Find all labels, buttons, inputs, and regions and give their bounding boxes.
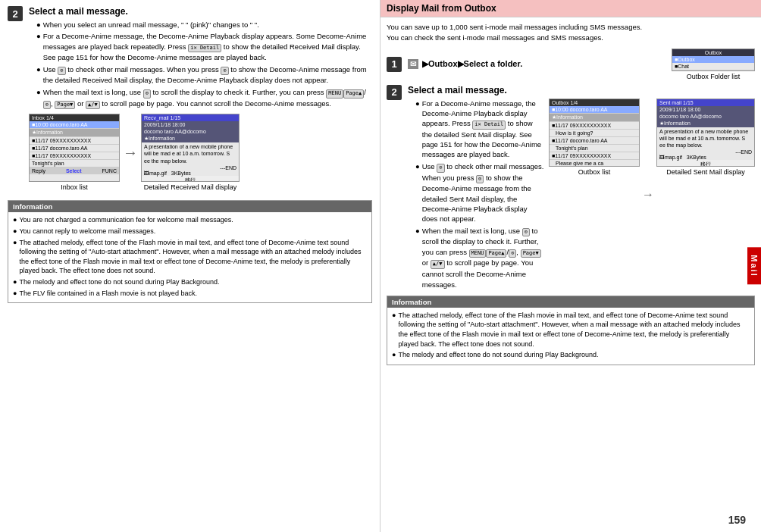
left-bullet-1: When you select an unread mail message, … — [36, 20, 372, 30]
sent-end: ---END — [657, 149, 754, 155]
right-page-btn3: Page▼ — [521, 249, 541, 258]
left-info-box: Information You are not charged a commun… — [8, 200, 372, 303]
left-step2-title: Select a mail message. — [29, 6, 372, 17]
outbox-folder-screen: Outbox ■Outbox ■Chat — [672, 49, 755, 71]
left-bullet-3: Use ⊙ to check other mail messages. When… — [36, 64, 372, 86]
sent-mail-wrapper: Sent mail 1/15 2009/11/18 18:00 docomo t… — [656, 99, 755, 176]
left-info-item-4: The melody and effect tone do not sound … — [13, 277, 367, 287]
right-bullet-3: When the mail text is long, use ⊙ to scr… — [415, 226, 544, 289]
outbox-list-row-3: ■11/17 docomo.taro AA — [550, 137, 639, 145]
left-info-item-5: The FLV file contained in a Flash movie … — [13, 289, 367, 299]
right-step2-content: Select a mail message. For a Decome-Anim… — [408, 85, 755, 291]
right-step1-section: 1 ✉ ▶Outbox▶Select a folder. Outbox ■Out… — [387, 49, 755, 80]
page-btn-icon3: Page▼ — [55, 101, 75, 110]
right-step2-bullets: For a Decome-Anime message, the Decome-A… — [415, 99, 544, 291]
page-btn-icon2: ⊙ — [43, 101, 51, 110]
right-step1-screen-wrapper: Outbox ■Outbox ■Chat Outbox Folder list — [672, 49, 755, 80]
outbox-list-label: Outbox list — [578, 168, 611, 176]
outbox-icon: ✉ — [408, 59, 418, 69]
recv-screen-wrapper: Recv_mail 1/15 2009/11/18 18:00 docomo t… — [141, 114, 240, 191]
recv-screen: Recv_mail 1/15 2009/11/18 18:00 docomo t… — [141, 114, 240, 182]
right-info-box: Information The attached melody, effect … — [387, 296, 755, 365]
recv-from: docomo taro AA@docomo — [142, 128, 239, 135]
outbox-list-row-2: ■11/17 09XXXXXXXXXX — [550, 122, 639, 130]
sent-mail-screen: Sent mail 1/15 2009/11/18 18:00 docomo t… — [656, 99, 755, 167]
nav-btn-icon: ⊙ — [58, 67, 65, 76]
right-detail-btn: i✕ Detail — [472, 120, 506, 130]
outbox-row-1: ■Outbox — [672, 56, 754, 63]
recv-end: ---END — [142, 165, 239, 171]
right-scroll-btn: ⊙ — [522, 228, 530, 237]
sent-attach: 🖼map.gif 3KBytes — [657, 155, 754, 160]
left-column: 2 Select a mail message. When you select… — [0, 0, 380, 532]
right-info-content: The attached melody, effect tone of the … — [387, 308, 754, 365]
right-intro: You can save up to 1,000 sent i-mode mai… — [387, 22, 755, 44]
inbox-row-info: ★Information — [30, 129, 119, 137]
left-screens-row: Inbox 1/4 ■10:00 docomo.taro AA ★Informa… — [29, 114, 372, 191]
outbox-list-wrapper: Outbox 1/4 ■10:00 docomo.taro AA ★Inform… — [549, 99, 640, 176]
right-step2-number: 2 — [387, 85, 405, 291]
outbox-row-2: ■Chat — [672, 63, 754, 70]
right-ud-btn: ▲/▼ — [431, 260, 445, 269]
right-screens-row: Outbox 1/4 ■10:00 docomo.taro AA ★Inform… — [549, 99, 755, 291]
recv-date: 2009/11/18 18:00 — [142, 121, 239, 128]
outbox-list-screen: Outbox 1/4 ■10:00 docomo.taro AA ★Inform… — [549, 99, 640, 167]
right-bullet-2: Use ⊙ to check other mail messages. When… — [415, 161, 544, 224]
right-step1-text: ✉ ▶Outbox▶Select a folder. — [408, 59, 669, 69]
left-step2-content: Select a mail message. When you select a… — [29, 6, 372, 196]
scroll-btn-icon: ⊙ — [143, 89, 151, 99]
detail-btn-icon: i✕ Detail — [188, 44, 221, 53]
outbox-list-row-info: ★Information — [550, 114, 639, 122]
inbox-row-1: ■10:00 docomo.taro AA — [30, 121, 119, 129]
left-step2-bullets: When you select an unread mail message, … — [36, 20, 372, 109]
step2-number-left: 2 — [8, 6, 26, 196]
outbox-folder-label: Outbox Folder list — [672, 73, 755, 80]
sent-mail-label: Detailed Sent Mail display — [666, 168, 745, 176]
right-header: Display Mail from Outbox — [380, 0, 761, 17]
right-step2-section: 2 Select a mail message. For a Decome-An… — [387, 85, 755, 291]
updown-icon: ▲/▼ — [86, 101, 100, 110]
inbox-row-2: ■11/17 09XXXXXXXXXX — [30, 137, 119, 145]
sent-date: 2009/11/18 18:00 — [657, 106, 754, 113]
outbox-list-row-1: ■10:00 docomo.taro AA — [550, 106, 639, 114]
sent-body: A presentation of a new mobile phone wil… — [657, 127, 754, 149]
right-step1-number: 1 — [387, 57, 402, 72]
right-menu-btn: MENU — [469, 249, 487, 258]
right-column: Display Mail from Outbox You can save up… — [380, 0, 761, 532]
left-bullet-4: When the mail text is long, use ⊙ to scr… — [36, 87, 372, 110]
sent-subj: ★Information — [657, 120, 754, 127]
right-info-header: Information — [387, 296, 754, 308]
outbox-list-header: Outbox 1/4 — [550, 99, 639, 106]
recv-attach: 🖼map.gif 3KBytes — [142, 171, 239, 176]
arrow-icon-right: → — [642, 188, 654, 202]
inbox-screen: Inbox 1/4 ■10:00 docomo.taro AA ★Informa… — [29, 114, 120, 182]
left-bullet-2: For a Decome-Anime message, the Decome-A… — [36, 31, 372, 62]
outbox-list-row-how: How is it going? — [550, 130, 639, 137]
nav-btn-icon2: ⊙ — [221, 67, 228, 76]
sent-to: docomo taro AA@docomo — [657, 113, 754, 120]
recv-action: 移行 — [142, 176, 239, 183]
outbox-list-row-4: ■11/17 09XXXXXXXXXX — [550, 152, 639, 160]
mail-tab: Mail — [747, 247, 761, 284]
recv-screen-header: Recv_mail 1/15 — [142, 114, 239, 121]
left-info-header: Information — [8, 201, 371, 212]
sent-action: 移行 — [657, 160, 754, 167]
recv-screen-label: Detailed Received Mail display — [144, 183, 237, 191]
right-page-btn2: ⊙ — [509, 249, 516, 258]
sent-mail-header: Sent mail 1/15 — [657, 99, 754, 106]
recv-subj: ★Information — [142, 135, 239, 142]
outbox-folder-header: Outbox — [672, 49, 754, 56]
left-info-item-3: The attached melody, effect tone of the … — [13, 238, 367, 276]
right-bullet-1: For a Decome-Anime message, the Decome-A… — [415, 99, 544, 160]
left-step2-section: 2 Select a mail message. When you select… — [8, 6, 372, 196]
right-info-item-2: The melody and effect tone do not sound … — [392, 350, 750, 360]
left-info-item-1: You are not charged a communication fee … — [13, 215, 367, 225]
right-nav-btn2: ⊙ — [476, 175, 484, 184]
inbox-screen-header: Inbox 1/4 — [30, 114, 119, 121]
arrow-icon-left: → — [123, 144, 138, 161]
page-number: 159 — [728, 514, 746, 526]
inbox-screen-label: Inbox list — [61, 183, 88, 191]
right-info-item-1: The attached melody, effect tone of the … — [392, 311, 750, 349]
inbox-row-3: ■11/17 docomo.taro AA — [30, 145, 119, 152]
inbox-bottom-bar: ReplySelectFUNC — [30, 167, 119, 174]
